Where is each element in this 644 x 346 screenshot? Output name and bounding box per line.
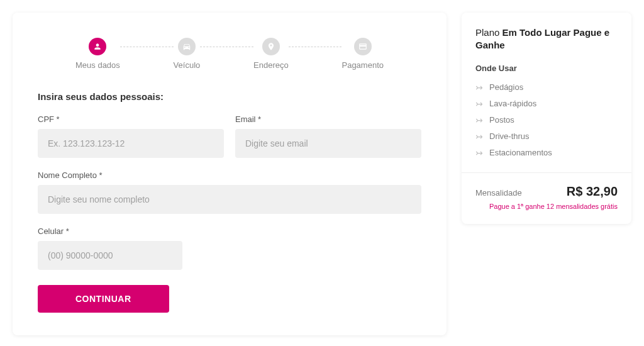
person-icon <box>89 38 106 55</box>
promo-text: Pague a 1ª ganhe 12 mensalidades grátis <box>475 203 618 210</box>
list-item: ↣ Lava-rápidos <box>475 96 618 112</box>
form-title: Insira seus dados pessoais: <box>38 91 421 102</box>
list-item: ↣ Pedágios <box>475 79 618 96</box>
onde-usar-list: ↣ Pedágios ↣ Lava-rápidos ↣ Postos ↣ Dri… <box>475 79 618 161</box>
step-endereco[interactable]: Endereço <box>253 38 289 70</box>
list-item-label: Estacionamentos <box>489 148 552 157</box>
arrow-right-icon: ↣ <box>475 131 483 142</box>
nome-label: Nome Completo * <box>38 170 421 180</box>
step-pagamento[interactable]: Pagamento <box>341 38 384 70</box>
step-label: Veículo <box>174 60 201 70</box>
list-item: ↣ Estacionamentos <box>475 145 618 161</box>
divider <box>462 172 631 173</box>
step-meus-dados[interactable]: Meus dados <box>75 38 120 70</box>
list-item: ↣ Drive-thrus <box>475 128 618 145</box>
personal-data-form: Insira seus dados pessoais: CPF * Email … <box>38 91 421 313</box>
onde-usar-title: Onde Usar <box>475 64 618 73</box>
arrow-right-icon: ↣ <box>475 115 483 125</box>
arrow-right-icon: ↣ <box>475 99 483 109</box>
plan-prefix: Plano <box>475 27 499 38</box>
step-connector <box>289 47 342 47</box>
cpf-input[interactable] <box>38 129 224 158</box>
price-value: R$ 32,90 <box>567 184 618 199</box>
arrow-right-icon: ↣ <box>475 82 483 92</box>
step-veiculo[interactable]: Veículo <box>174 38 201 70</box>
list-item: ↣ Postos <box>475 112 618 128</box>
celular-input[interactable] <box>38 241 182 270</box>
step-connector <box>120 47 174 47</box>
arrow-right-icon: ↣ <box>475 148 483 158</box>
celular-label: Celular * <box>38 226 182 236</box>
step-label: Endereço <box>253 60 289 70</box>
card-icon <box>354 38 372 55</box>
price-label: Mensalidade <box>475 188 522 198</box>
email-input[interactable] <box>235 129 421 158</box>
step-label: Pagamento <box>341 60 384 70</box>
plan-summary-card: Plano Em Todo Lugar Pague e Ganhe Onde U… <box>462 13 631 224</box>
car-icon <box>178 38 196 55</box>
list-item-label: Postos <box>489 115 514 125</box>
step-connector <box>200 47 253 47</box>
list-item-label: Pedágios <box>489 82 523 92</box>
cpf-label: CPF * <box>38 114 224 124</box>
checkout-stepper: Meus dados Veículo Endereço <box>75 38 384 70</box>
location-icon <box>262 38 280 55</box>
plan-heading: Plano Em Todo Lugar Pague e Ganhe <box>475 26 618 52</box>
step-label: Meus dados <box>75 60 120 70</box>
nome-input[interactable] <box>38 185 421 214</box>
list-item-label: Drive-thrus <box>489 131 530 141</box>
email-label: Email * <box>235 114 421 124</box>
list-item-label: Lava-rápidos <box>489 99 536 108</box>
continuar-button[interactable]: CONTINUAR <box>38 285 169 313</box>
price-row: Mensalidade R$ 32,90 <box>475 184 618 199</box>
personal-data-card: Meus dados Veículo Endereço <box>13 13 447 335</box>
